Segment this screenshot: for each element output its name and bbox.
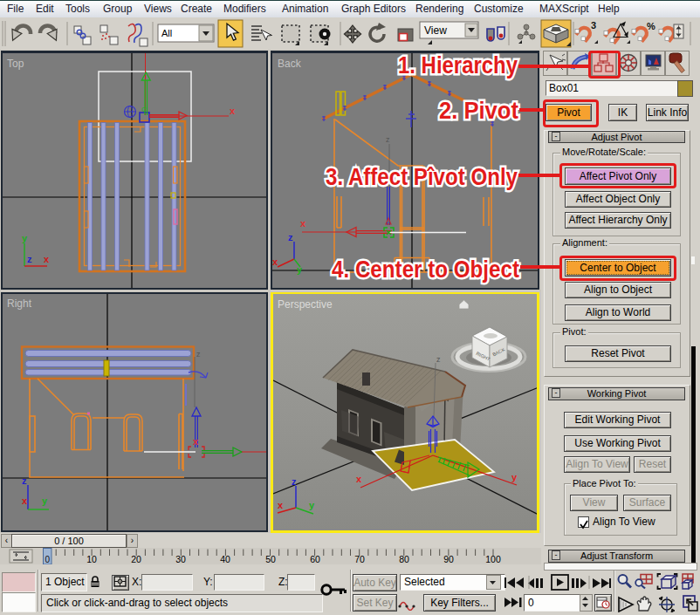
svg-text:x: x — [356, 474, 362, 484]
svg-text:70: 70 — [354, 554, 365, 564]
svg-text:x: x — [300, 218, 306, 229]
svg-text:x: x — [193, 436, 199, 447]
svg-text:z: z — [22, 475, 27, 486]
svg-text:60: 60 — [310, 554, 320, 564]
svg-text:View: View — [424, 24, 447, 37]
svg-text:y: y — [511, 472, 518, 482]
svg-text:Right: Right — [7, 297, 32, 310]
svg-text:1. Hierarchy: 1. Hierarchy — [398, 52, 518, 79]
svg-text:z: z — [288, 232, 293, 243]
svg-text:30: 30 — [175, 554, 186, 564]
svg-text:All: All — [161, 28, 172, 38]
svg-text:y: y — [42, 495, 48, 506]
svg-text:x: x — [44, 254, 50, 264]
svg-text:Top: Top — [7, 58, 24, 70]
svg-text:z: z — [27, 254, 32, 264]
svg-text:3: 3 — [591, 20, 596, 31]
svg-text:90: 90 — [443, 554, 454, 564]
svg-text:y: y — [22, 233, 28, 243]
svg-text:4. Center to Object: 4. Center to Object — [332, 256, 519, 283]
svg-text:50: 50 — [265, 554, 276, 564]
svg-text:%: % — [647, 21, 655, 31]
svg-text:x: x — [272, 256, 278, 267]
svg-text:Perspective: Perspective — [278, 298, 333, 311]
svg-text:z: z — [196, 350, 201, 359]
svg-text:z: z — [292, 476, 297, 487]
svg-text:100: 100 — [485, 554, 501, 564]
svg-text:2. Pivot: 2. Pivot — [439, 98, 518, 124]
svg-text:40: 40 — [220, 554, 230, 564]
svg-text:0: 0 — [45, 555, 51, 564]
svg-text:80: 80 — [399, 554, 409, 564]
svg-text:3. Affect Pîvot Only: 3. Affect Pîvot Only — [326, 164, 518, 190]
svg-text:C: C — [141, 106, 147, 113]
svg-text:10: 10 — [86, 554, 97, 564]
svg-text:20: 20 — [131, 554, 141, 564]
svg-text:z: z — [436, 355, 441, 364]
svg-text:x: x — [230, 106, 236, 116]
svg-text:y: y — [297, 264, 303, 275]
svg-text:x: x — [22, 495, 28, 506]
svg-text:Back: Back — [278, 58, 302, 70]
svg-text:z: z — [386, 135, 390, 144]
svg-text:x: x — [278, 500, 284, 510]
svg-text:y: y — [309, 500, 315, 510]
